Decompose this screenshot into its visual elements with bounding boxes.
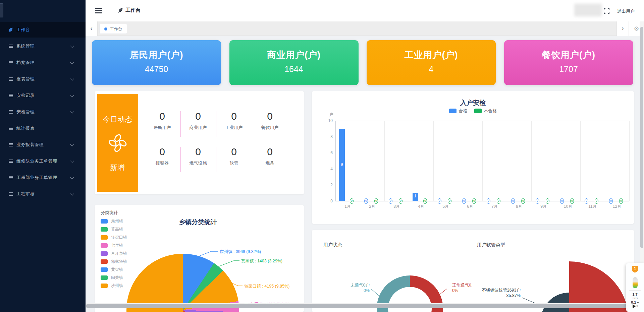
x-tick-label: 8月 [511,204,528,209]
town-legend-label: 肃州镇 [111,219,123,224]
fullscreen-icon[interactable] [604,8,609,14]
zero-marker: 0 [521,198,525,204]
sidebar-item-安检管理[interactable]: 安检管理 [0,104,86,120]
tab-bar: ‹ 工作台 › ⊗ [86,21,644,36]
today-divider [180,147,180,172]
sidebar-item-工程审核[interactable]: 工程审核 [0,186,86,202]
stat-card-title: 餐饮用户(户) [504,49,633,61]
sidebar-item-统计报表[interactable]: 统计报表 [0,121,86,136]
zero-marker: 0 [438,198,441,204]
town-legend-黄渠镇[interactable]: 黄渠镇 [101,267,123,272]
y-axis-unit: 户 [329,112,333,118]
town-legend-沙州镇[interactable]: 沙州镇 [101,283,123,289]
sidebar-item-label: 工程审核 [16,191,35,197]
town-legend-label: 郭家堡镇 [111,259,127,264]
stat-card-2[interactable]: 商业用户(户)1644 [229,40,359,85]
sidebar-item-系统管理[interactable]: 系统管理 [0,39,86,54]
today-divider [252,147,252,172]
town-legend-肃州镇[interactable]: 肃州镇 [101,219,123,224]
town-legend-莫高镇[interactable]: 莫高镇 [101,227,123,232]
callout-line1: 不锈钢波纹管2693户 [474,288,521,293]
menu-lines-icon [9,110,13,114]
sidebar: 工作台系统管理档案管理报表管理安检记录安检管理统计报表业务报装管理维修队业务工单… [0,0,86,312]
shield-badge-icon[interactable]: 1 [632,266,638,273]
bar-chart-title: 入户安检 [312,99,634,107]
tab-active-dot-icon [104,27,107,30]
zero-marker: 0 [497,198,500,204]
sidebar-item-工作台[interactable]: 工作台 [0,22,86,38]
dashboard-screen: 工作台系统管理档案管理报表管理安检记录安检管理统计报表业务报装管理维修队业务工单… [0,0,644,312]
legend-item-不合格[interactable]: 不合格 [474,108,497,114]
tab-scroll-left-icon[interactable]: ‹ [86,21,98,36]
today-stat-label: 燃具 [252,160,288,166]
today-stat-value: 0 [216,146,252,158]
town-legend-月牙泉镇[interactable]: 月牙泉镇 [101,251,127,256]
today-stat-cell: 0软管 [216,146,252,166]
zero-marker: 0 [350,198,354,204]
town-legend-label: 沙州镇 [111,283,123,289]
tab-scroll-right-icon[interactable]: › [616,21,629,36]
horizontal-scrollbar-track[interactable] [86,303,644,308]
today-stat-cell: 0餐饮用户 [252,111,288,131]
sidebar-item-安检记录[interactable]: 安检记录 [0,88,86,103]
sidebar-item-业务报装管理[interactable]: 业务报装管理 [0,137,86,152]
sidebar-item-档案管理[interactable]: 档案管理 [0,55,86,70]
chevron-down-icon [70,60,74,64]
legend-item-合格[interactable]: 合格 [449,108,468,114]
y-tick-label: 10 [318,118,333,123]
today-stat-value: 0 [144,146,180,158]
leaf-icon [118,8,123,13]
today-stat-value: 0 [216,111,252,122]
today-divider [216,147,216,172]
town-legend-swatch [101,235,108,240]
stat-card-3[interactable]: 工业用户(户)4 [367,40,496,85]
sidebar-item-label: 工作台 [16,27,30,33]
bar-4月-合格: 1 [413,193,418,201]
bar-chart-legend: 合格不合格 [312,108,634,114]
speed-gauge-icon[interactable] [633,277,638,288]
today-divider [252,111,252,137]
stat-card-1[interactable]: 居民用户(户)44750 [92,40,221,85]
x-tick-label: 1月 [339,204,356,209]
menu-lines-icon [9,192,13,196]
v-gridline [556,121,556,201]
x-tick-label: 12月 [609,204,626,209]
town-legend-转渠口镇[interactable]: 转渠口镇 [101,235,127,240]
v-gridline [482,121,483,201]
chevron-down-icon [70,175,74,179]
header-title-group: 工作台 [118,7,141,13]
bar-1月-合格: 9 [339,129,345,201]
bar-value-label: 1 [413,194,418,198]
town-legend-阳关镇[interactable]: 阳关镇 [101,275,123,280]
logout-button[interactable]: 退出用户 [617,8,635,14]
chevron-down-icon [70,110,74,113]
play-triangle-icon[interactable] [633,304,636,308]
town-legend-郭家堡镇[interactable]: 郭家堡镇 [101,259,127,264]
zero-marker: 0 [472,198,476,204]
vertical-scrollbar-thumb[interactable] [640,27,643,248]
town-legend-七里镇[interactable]: 七里镇 [101,243,123,248]
stat-card-4[interactable]: 餐饮用户(户)1707 [504,40,633,85]
caret-down-icon[interactable] [637,302,639,303]
zero-marker: 0 [389,198,392,204]
sidebar-item-维修队业务工单管理[interactable]: 维修队业务工单管理 [0,153,86,169]
sidebar-item-label: 统计报表 [16,125,35,131]
zero-marker: 0 [546,198,549,204]
y-tick-label: 8 [318,134,333,139]
legend-swatch [474,109,482,113]
x-tick-label: 2月 [364,204,381,209]
sidebar-item-工程部业务工单管理[interactable]: 工程部业务工单管理 [0,170,86,185]
town-callout: 肃州镇 : 3969 (9.32%) [220,249,261,255]
stat-card-value: 1644 [229,64,359,74]
v-gridline [433,121,434,201]
hamburger-menu-icon[interactable] [95,8,102,13]
v-gridline [409,121,409,201]
town-pie-card: 分类统计 肃州镇莫高镇转渠口镇七里镇月牙泉镇郭家堡镇黄渠镇阳关镇沙州镇 乡镇分类… [95,205,304,312]
tab-workbench[interactable]: 工作台 [99,24,127,34]
sidebar-item-label: 工程部业务工单管理 [16,175,57,181]
today-stat-value: 0 [180,111,216,122]
horizontal-scrollbar-thumb[interactable] [86,304,628,308]
sidebar-item-报表管理[interactable]: 报表管理 [0,71,86,87]
y-tick-label: 4 [318,167,333,171]
callout-line1: 未通气0户 [333,283,370,288]
